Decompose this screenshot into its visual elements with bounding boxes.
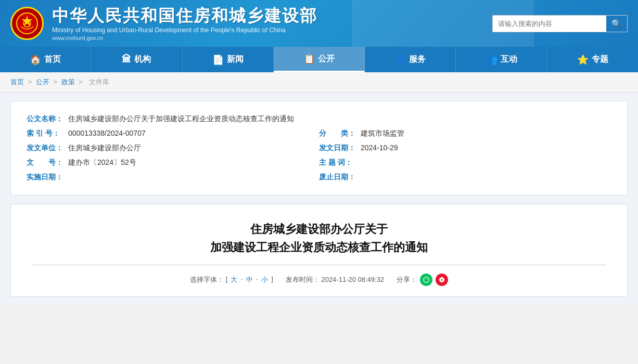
article-title: 住房城乡建设部办公厅关于 加强建设工程企业资质动态核查工作的通知 <box>32 220 606 256</box>
font-size-links: [ 大 - 中 - 小 ] <box>226 275 273 284</box>
nav-label-news: 新闻 <box>227 54 244 65</box>
breadcrumb-sep-1: > <box>28 78 34 86</box>
wechat-share-icon[interactable] <box>420 274 432 286</box>
doc-ref-label: 索 引 号： <box>27 129 68 138</box>
nav-label-public: 公开 <box>318 54 335 64</box>
doc-title-value: 住房城乡建设部办公厅关于加强建设工程企业资质动态核查工作的通知 <box>68 114 294 124</box>
article-divider <box>32 265 606 265</box>
nav-item-special[interactable]: ⭐ 专题 <box>547 47 638 72</box>
doc-category-label: 分 类： <box>319 129 361 138</box>
site-url: www.mohurd.gov.cn <box>52 35 317 41</box>
article-title-line2: 加强建设工程企业资质动态核查工作的通知 <box>32 238 606 256</box>
header-branding: 中华人民共和国住房和城乡建设部 Ministry of Housing and … <box>10 6 317 41</box>
doc-date-label: 发文日期： <box>319 144 361 153</box>
nav-label-interact: 互动 <box>501 54 517 65</box>
nav-label-org: 机构 <box>134 54 151 65</box>
public-icon: 📋 <box>303 53 315 64</box>
doc-issuer-label: 发文单位： <box>27 144 68 153</box>
site-subtitle: Ministry of Housing and Urban-Rural Deve… <box>52 27 317 34</box>
breadcrumb-policy[interactable]: 政策 <box>61 78 75 86</box>
breadcrumb-home[interactable]: 首页 <box>10 78 24 86</box>
breadcrumb-sep-2: > <box>53 78 59 86</box>
font-small-link[interactable]: 小 <box>261 275 268 284</box>
doc-impl-label: 实施日期： <box>27 173 68 182</box>
main-content: 公文名称： 住房城乡建设部办公厅关于加强建设工程企业资质动态核查工作的通知 索 … <box>0 93 638 305</box>
doc-no-label: 文 号： <box>27 158 68 167</box>
breadcrumb: 首页 > 公开 > 政策 > 文件库 <box>0 72 638 93</box>
share-icons <box>420 274 448 286</box>
doc-ref-row: 索 引 号： 000013338/2024-00707 发文单位： 住房城乡建设… <box>27 126 319 185</box>
article-card: 住房城乡建设部办公厅关于 加强建设工程企业资质动态核查工作的通知 选择字体： [… <box>10 204 628 297</box>
font-size-close-bracket: ] <box>271 275 273 284</box>
header-title-area: 中华人民共和国住房和城乡建设部 Ministry of Housing and … <box>52 6 317 41</box>
site-header: 中华人民共和国住房和城乡建设部 Ministry of Housing and … <box>0 0 638 47</box>
search-input[interactable] <box>493 17 606 31</box>
doc-info-grid: 索 引 号： 000013338/2024-00707 发文单位： 住房城乡建设… <box>27 126 611 185</box>
doc-title-label: 公文名称： <box>27 114 68 124</box>
weibo-share-icon[interactable] <box>436 274 448 286</box>
doc-subject-label: 主 题 词： <box>319 158 361 167</box>
nav-label-special: 专题 <box>592 54 608 65</box>
breadcrumb-current: 文件库 <box>89 78 109 86</box>
share-label: 分享： <box>397 275 417 284</box>
service-icon: 👤 <box>394 54 406 66</box>
article-meta: 选择字体： [ 大 - 中 - 小 ] 发布时间： 2024-11-20 08:… <box>32 274 606 286</box>
site-title: 中华人民共和国住房和城乡建设部 <box>52 6 317 25</box>
nav-item-public[interactable]: 📋 公开 <box>274 47 365 72</box>
search-button[interactable]: 🔍 <box>606 16 627 32</box>
search-wrapper[interactable]: 🔍 <box>492 15 628 32</box>
publish-time-value: 2024-11-20 08:49:32 <box>321 276 384 283</box>
doc-expire-label: 废止日期： <box>319 173 361 182</box>
nav-label-home: 首页 <box>44 54 61 65</box>
main-nav: 🏠 首页 🏛 机构 📄 新闻 📋 公开 👤 服务 👥 互动 ⭐ 专题 <box>0 47 638 72</box>
font-large-link[interactable]: 大 <box>231 275 237 284</box>
font-size-open-bracket: [ <box>226 275 228 284</box>
breadcrumb-public[interactable]: 公开 <box>36 78 49 86</box>
nav-item-home[interactable]: 🏠 首页 <box>0 47 91 72</box>
search-area: 🔍 <box>492 15 628 32</box>
doc-issuer-value: 住房城乡建设部办公厅 <box>68 144 141 153</box>
nav-item-news[interactable]: 📄 新闻 <box>183 47 274 72</box>
news-icon: 📄 <box>212 54 224 66</box>
doc-no-value: 建办市〔2024〕52号 <box>68 158 136 167</box>
national-emblem <box>10 7 44 40</box>
article-title-line1: 住房城乡建设部办公厅关于 <box>32 220 606 238</box>
font-size-label: 选择字体： <box>190 275 224 284</box>
interact-icon: 👥 <box>486 54 497 66</box>
home-icon: 🏠 <box>30 54 41 66</box>
nav-item-service[interactable]: 👤 服务 <box>365 47 456 72</box>
font-medium-link[interactable]: 中 <box>246 275 253 284</box>
nav-item-interact[interactable]: 👥 互动 <box>456 47 547 72</box>
font-size-selector: 选择字体： [ 大 - 中 - 小 ] <box>190 275 273 284</box>
publish-time-area: 发布时间： 2024-11-20 08:49:32 <box>286 275 384 284</box>
doc-right-col: 分 类： 建筑市场监管 发文日期： 2024-10-29 主 题 词： 废止日期… <box>319 126 611 185</box>
doc-category-value: 建筑市场监管 <box>361 129 404 138</box>
breadcrumb-sep-3: > <box>79 78 84 86</box>
publish-label: 发布时间： <box>286 276 320 283</box>
doc-date-value: 2024-10-29 <box>361 144 398 152</box>
font-sep-2: - <box>256 275 258 284</box>
special-icon: ⭐ <box>577 54 589 66</box>
org-icon: 🏛 <box>122 54 131 65</box>
doc-ref-value: 000013338/2024-00707 <box>68 129 146 137</box>
nav-item-org[interactable]: 🏛 机构 <box>91 47 182 72</box>
doc-title-row: 公文名称： 住房城乡建设部办公厅关于加强建设工程企业资质动态核查工作的通知 <box>27 112 611 126</box>
nav-label-service: 服务 <box>409 54 426 65</box>
share-area: 分享： <box>397 274 448 286</box>
font-sep-1: - <box>240 275 243 284</box>
doc-info-card: 公文名称： 住房城乡建设部办公厅关于加强建设工程企业资质动态核查工作的通知 索 … <box>10 101 628 196</box>
